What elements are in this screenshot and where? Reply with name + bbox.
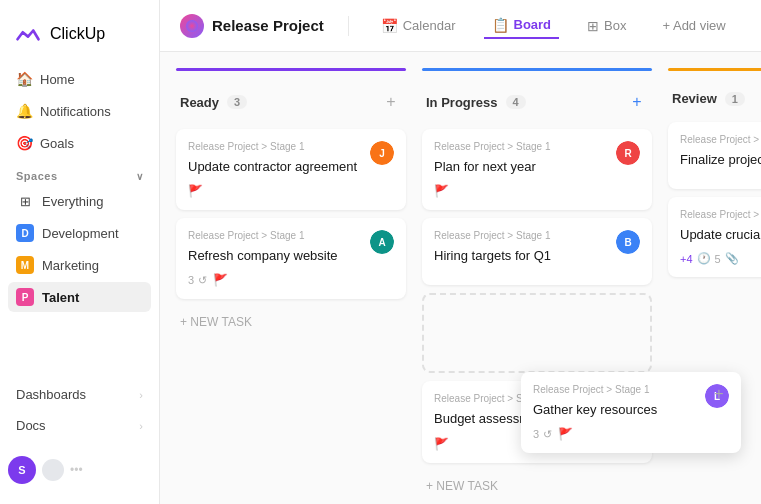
column-title-ready: Ready [180,95,219,110]
sidebar-item-marketing[interactable]: M Marketing [8,250,151,280]
card-avatar: B [616,230,640,254]
sidebar-item-docs[interactable]: Docs › [8,411,151,440]
spaces-section-label: Spaces ∨ [0,158,159,186]
sidebar-item-goals[interactable]: 🎯 Goals [8,128,151,158]
chevron-down-icon[interactable]: ∨ [136,171,144,182]
avatar-image: R [616,141,640,165]
flag-icon: 🚩 [434,184,449,198]
sidebar-item-label: Notifications [40,104,111,119]
sidebar-item-label: Goals [40,136,74,151]
card-title: Update crucial key objectives [680,226,761,244]
card-title: Update contractor agreement [188,158,394,176]
column-add-ready[interactable]: + [380,91,402,113]
card-placeholder [422,293,652,373]
bell-icon: 🔔 [16,103,32,119]
sidebar-item-dashboards[interactable]: Dashboards › [8,380,151,409]
card-refresh-website[interactable]: Release Project > Stage 1 A Refresh comp… [176,218,406,299]
tab-calendar[interactable]: 📅 Calendar [373,14,464,38]
project-icon [180,14,204,38]
card-update-objectives[interactable]: Release Project > Stage 1 Update crucial… [668,197,761,277]
column-line-ready [176,68,406,71]
logo: ClickUp [0,12,159,64]
card-breadcrumb: Release Project > Stage 1 [434,141,640,152]
card-avatar: A [370,230,394,254]
column-review: Review 1 Release Project > Stage 1 Final… [668,68,761,314]
home-icon: 🏠 [16,71,32,87]
user-avatar-area[interactable]: S ••• [0,448,159,492]
development-dot: D [16,224,34,242]
svg-point-0 [186,20,198,32]
marketing-dot: M [16,256,34,274]
card-meta: +4 🕐 5 📎 [680,252,739,265]
card-hiring-targets[interactable]: Release Project > Stage 1 B Hiring targe… [422,218,652,285]
sidebar-nav: 🏠 Home 🔔 Notifications 🎯 Goals [0,64,159,158]
card-meta: 3↺ [188,274,207,287]
card-avatar: J [370,141,394,165]
card-meta: 3↺ [533,428,552,441]
board-icon: 📋 [492,17,509,33]
chevron-right-icon: › [139,420,143,432]
card-footer: 3↺ 🚩 [533,427,729,441]
flag-icon: 🚩 [558,427,573,441]
add-icon[interactable]: + [709,384,729,404]
card-plan-next-year[interactable]: Release Project > Stage 1 R Plan for nex… [422,129,652,210]
column-line-inprogress [422,68,652,71]
talent-dot: P [16,288,34,306]
card-breadcrumb: Release Project > Stage 1 [680,209,761,220]
flag-icon: 🚩 [188,184,203,198]
column-line-review [668,68,761,71]
sidebar: ClickUp 🏠 Home 🔔 Notifications 🎯 Goals S… [0,0,160,504]
column-add-inprogress[interactable]: + [626,91,648,113]
card-footer: +4 🕐 5 📎 [680,252,761,265]
card-title: Refresh company website [188,247,394,265]
card-finalize-scope[interactable]: Release Project > Stage 1 Finalize proje… [668,122,761,189]
more-icon: ••• [70,463,83,477]
user-avatar: S [8,456,36,484]
add-view-button[interactable]: + Add view [654,14,733,37]
user-avatar-secondary [42,459,64,481]
card-footer: 🚩 [188,184,394,198]
sidebar-item-development[interactable]: D Development [8,218,151,248]
tab-board[interactable]: 📋 Board [484,13,560,39]
everything-icon: ⊞ [16,192,34,210]
card-update-contractor[interactable]: Release Project > Stage 1 J Update contr… [176,129,406,210]
card-title: Finalize project scope [680,151,761,169]
new-task-inprogress[interactable]: + NEW TASK [422,471,652,501]
column-ready: Ready 3 + Release Project > Stage 1 J Up… [176,68,406,337]
card-breadcrumb: Release Project > Stage 1 [533,384,729,395]
card-title: Gather key resources [533,401,729,419]
column-title-inprogress: In Progress [426,95,498,110]
card-breadcrumb: Release Project > Stage 1 [434,230,640,241]
column-count-ready: 3 [227,95,247,109]
chevron-right-icon: › [139,389,143,401]
column-count-review: 1 [725,92,745,106]
sidebar-item-everything[interactable]: ⊞ Everything [8,186,151,216]
header-divider [348,16,349,36]
sidebar-item-notifications[interactable]: 🔔 Notifications [8,96,151,126]
project-title: Release Project [180,14,324,38]
avatar-image: A [370,230,394,254]
main-content: Release Project 📅 Calendar 📋 Board ⊞ Box… [160,0,761,504]
sidebar-item-talent[interactable]: P Talent [8,282,151,312]
card-title: Hiring targets for Q1 [434,247,640,265]
flag-icon: 🚩 [434,437,449,451]
sidebar-bottom: Dashboards › Docs › [0,372,159,448]
card-title: Plan for next year [434,158,640,176]
column-header-inprogress: In Progress 4 + [422,83,652,121]
new-task-ready[interactable]: + NEW TASK [176,307,406,337]
column-header-ready: Ready 3 + [176,83,406,121]
card-footer: 🚩 [434,184,640,198]
box-icon: ⊞ [587,18,599,34]
card-breadcrumb: Release Project > Stage 1 [680,134,761,145]
sidebar-item-home[interactable]: 🏠 Home [8,64,151,94]
header: Release Project 📅 Calendar 📋 Board ⊞ Box… [160,0,761,52]
spaces-list: ⊞ Everything D Development M Marketing P… [0,186,159,312]
floating-card[interactable]: Release Project > Stage 1 L + Gather key… [521,372,741,453]
column-count-inprogress: 4 [506,95,526,109]
tab-box[interactable]: ⊞ Box [579,14,634,38]
column-title-review: Review [672,91,717,106]
calendar-icon: 📅 [381,18,398,34]
goals-icon: 🎯 [16,135,32,151]
card-avatar: R [616,141,640,165]
column-review-actions: + [668,285,761,314]
